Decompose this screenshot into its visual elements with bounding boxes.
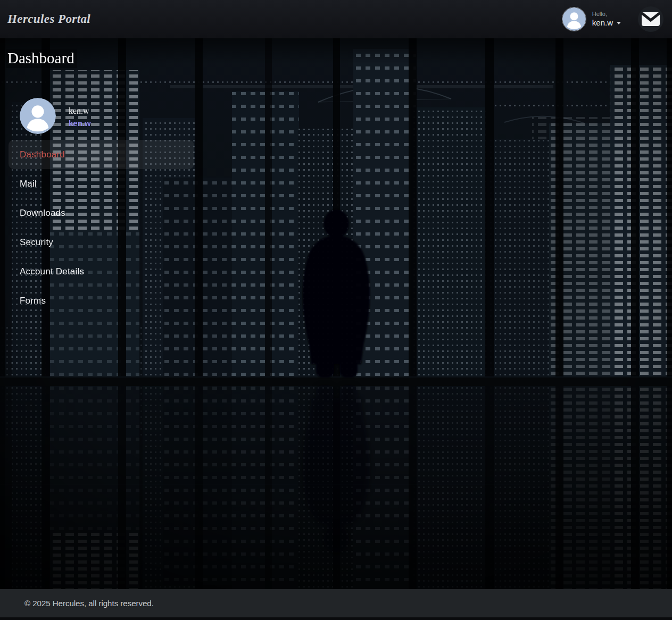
- profile-names: ken.w ken.w: [69, 98, 91, 134]
- profile-avatar: [20, 98, 56, 134]
- user-avatar[interactable]: [562, 7, 586, 31]
- profile-display-name: ken.w: [69, 106, 91, 116]
- user-dropdown[interactable]: Hello, ken.w: [592, 11, 621, 28]
- username-text: ken.w: [592, 18, 613, 28]
- caret-down-icon: [617, 22, 621, 24]
- sidebar-item-account-details[interactable]: Account Details: [9, 257, 194, 286]
- person-icon: [20, 98, 56, 134]
- profile-link[interactable]: ken.w: [69, 119, 91, 128]
- sidebar: ken.w ken.w Dashboard Mail Downloads Sec…: [9, 98, 194, 315]
- main-content: Dashboard ken.w ken.w Dashboard Mail Dow…: [0, 38, 672, 589]
- copyright-text: © 2025 Hercules, all rights reserved.: [24, 599, 154, 608]
- sidebar-item-downloads[interactable]: Downloads: [9, 198, 194, 228]
- footer: © 2025 Hercules, all rights reserved.: [0, 589, 672, 617]
- brand-title[interactable]: Hercules Portal: [7, 12, 90, 26]
- person-icon: [562, 7, 586, 31]
- sidebar-item-security[interactable]: Security: [9, 228, 194, 257]
- navbar-right-cluster: Hello, ken.w: [562, 6, 663, 32]
- mail-button[interactable]: [638, 6, 663, 32]
- sidebar-item-dashboard[interactable]: Dashboard: [9, 140, 194, 169]
- sidebar-profile-card: ken.w ken.w: [9, 98, 194, 134]
- page-title: Dashboard: [6, 49, 77, 68]
- envelope-icon: [641, 12, 660, 27]
- greeting-text: Hello,: [592, 11, 621, 18]
- sidebar-menu: Dashboard Mail Downloads Security Accoun…: [9, 140, 194, 315]
- top-navbar: Hercules Portal Hello, ken.w: [0, 0, 672, 38]
- sidebar-item-mail[interactable]: Mail: [9, 169, 194, 198]
- sidebar-item-forms[interactable]: Forms: [9, 286, 194, 315]
